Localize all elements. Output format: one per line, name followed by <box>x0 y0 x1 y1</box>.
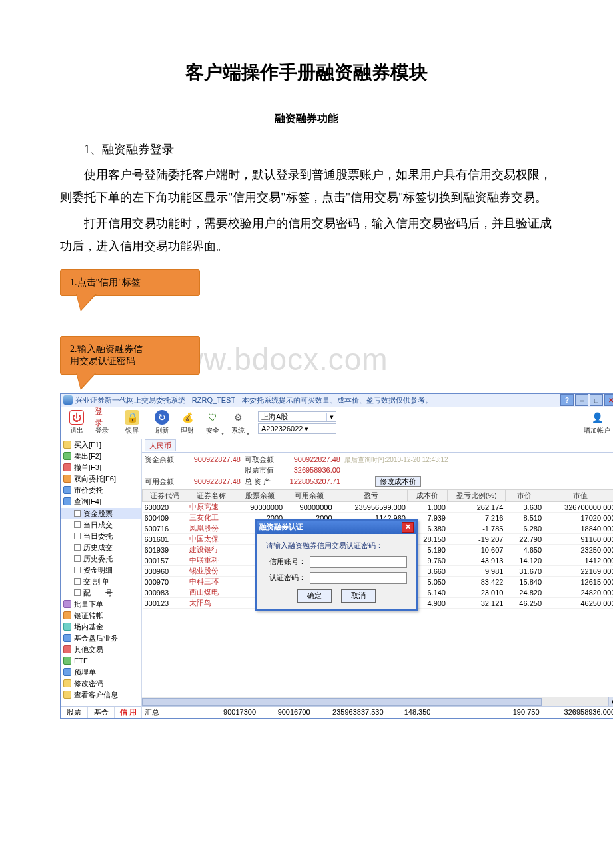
column-header[interactable]: 盈亏比例(%) <box>448 490 505 502</box>
column-header[interactable]: 可用余额 <box>285 490 334 502</box>
system-dropdown[interactable]: ⚙ 系统 <box>226 408 250 437</box>
tab-fund[interactable]: 基金 <box>88 707 115 718</box>
sidebar-item-label: 资金明细 <box>83 565 113 575</box>
sidebar-sub-item[interactable]: 资金明细 <box>61 565 141 576</box>
minimize-button[interactable]: ‒ <box>575 394 588 406</box>
label-available: 可用金额 <box>145 476 178 487</box>
column-header[interactable]: 市值 <box>544 490 613 502</box>
tab-rmb[interactable]: 人民币 <box>145 439 176 451</box>
column-header[interactable]: 市价 <box>505 490 544 502</box>
sidebar-item[interactable]: 预埋单 <box>61 667 141 678</box>
sidebar-item[interactable]: ETF <box>61 655 141 667</box>
table-cell: 18840.000 <box>544 523 613 534</box>
close-button[interactable]: ✕ <box>604 394 613 406</box>
dialog-close-button[interactable]: ✕ <box>402 522 414 533</box>
ok-button[interactable]: 确定 <box>297 589 332 603</box>
lock-button[interactable]: 🔒 锁屏 <box>120 408 144 437</box>
doc-icon <box>74 544 81 551</box>
logout-button[interactable]: ⏻ 退出 <box>65 408 89 437</box>
table-cell: 000157 <box>143 555 187 566</box>
sidebar-item[interactable]: 查询[F4] <box>61 496 141 507</box>
sidebar-sub-item[interactable]: 当日委托 <box>61 531 141 542</box>
column-header[interactable]: 成本价 <box>408 490 448 502</box>
sidebar-sub-item[interactable]: 配 号 <box>61 587 141 599</box>
scroll-right-arrow[interactable]: ▶ <box>608 697 613 707</box>
sidebar: 买入[F1]卖出[F2]撤单[F3]双向委托[F6]市价委托查询[F4] 资金股… <box>61 439 142 718</box>
sidebar-sub-item[interactable]: 历史成交 <box>61 542 141 553</box>
sidebar-item[interactable]: 修改密码 <box>61 678 141 689</box>
totals-val: 90017300 <box>212 708 256 716</box>
sidebar-sub-item[interactable]: 历史委托 <box>61 553 141 565</box>
label-mktval: 股票市值 <box>245 465 278 476</box>
sidebar-item-label: 交 割 单 <box>83 577 109 587</box>
maximize-button[interactable]: □ <box>590 394 603 406</box>
callout-line: 2.输入融资融券信 <box>70 344 143 354</box>
sidebar-sub-item[interactable]: 交 割 单 <box>61 576 141 587</box>
table-cell: 4.650 <box>505 545 544 555</box>
credit-account-input[interactable] <box>310 556 407 568</box>
sidebar-sub-item[interactable]: 当日成交 <box>61 519 141 531</box>
sidebar-item-label: 资金股票 <box>83 509 113 519</box>
sidebar-item[interactable]: 银证转帐 <box>61 610 141 621</box>
account-select[interactable]: A202326022 ▾ <box>258 423 336 434</box>
table-cell: -19.207 <box>448 534 505 545</box>
add-account-button[interactable]: 👤 增加帐户 <box>580 408 613 437</box>
sidebar-item[interactable]: 其他交易 <box>61 644 141 655</box>
toolbar: ⏻ 退出 登录 登录 🔒 锁屏 ↻ 刷新 💰 理财 🛡 <box>61 407 613 439</box>
wealth-icon: 💰 <box>180 410 195 425</box>
cancel-button[interactable]: 取消 <box>341 589 376 603</box>
sidebar-item-label: 当日成交 <box>83 520 113 530</box>
sidebar-sub-item[interactable]: 资金股票 <box>61 508 141 519</box>
column-header[interactable]: 证券名称 <box>187 490 235 502</box>
login-button[interactable]: 登录 登录 <box>90 408 114 437</box>
sidebar-item[interactable]: 基金盘后业务 <box>61 633 141 644</box>
horizontal-scrollbar[interactable]: ▶ <box>142 697 613 706</box>
table-cell: 31.670 <box>505 566 544 577</box>
table-cell: 235956599.000 <box>334 502 408 513</box>
chevron-down-icon: ▾ <box>326 413 336 421</box>
totals-row: 汇总 90017300 90016700 235963837.530 148.3… <box>142 706 613 718</box>
table-cell: 300123 <box>143 598 187 609</box>
column-header[interactable]: 股票余额 <box>235 490 285 502</box>
callout-step-2: 2.输入融资融券信 用交易认证密码 <box>60 336 200 375</box>
column-header[interactable]: 盈亏 <box>334 490 408 502</box>
tab-credit[interactable]: 信 用 <box>115 707 141 718</box>
last-query-time: 最后查询时间:2010-12-20 12:43:12 <box>344 455 448 465</box>
sidebar-item-label: 预埋单 <box>74 667 96 677</box>
wealth-button[interactable]: 💰 理财 <box>175 408 199 437</box>
table-cell: 12615.000 <box>544 577 613 587</box>
table-cell: 17020.000 <box>544 513 613 523</box>
sidebar-item[interactable]: 查看客户信息 <box>61 689 141 701</box>
login-icon: 登录 <box>95 410 109 425</box>
sidebar-footer-tabs: 股票 基金 信 用 <box>61 706 141 718</box>
sidebar-item-label: 查询[F4] <box>74 497 101 507</box>
doc-title: 客户端操作手册融资融券模块 <box>60 60 553 85</box>
sidebar-item[interactable]: 卖出[F2] <box>61 451 141 462</box>
sidebar-item-label: 批量下单 <box>74 599 103 609</box>
sidebar-item[interactable]: 双向委托[F6] <box>61 473 141 485</box>
sidebar-item[interactable]: 市价委托 <box>61 485 141 496</box>
auth-password-input[interactable] <box>310 572 407 584</box>
dialog-titlebar: 融资融券认证 ✕ <box>257 521 416 534</box>
sidebar-item[interactable]: 买入[F1] <box>61 439 141 451</box>
tab-stock[interactable]: 股票 <box>61 707 88 718</box>
scroll-thumb[interactable] <box>142 698 542 706</box>
table-cell: 建设银行 <box>187 545 235 555</box>
toolbar-label: 锁屏 <box>125 426 139 435</box>
table-cell: 9.981 <box>448 566 505 577</box>
toolbar-label: 增加帐户 <box>584 426 610 435</box>
sidebar-item[interactable]: 批量下单 <box>61 599 141 610</box>
help-button[interactable]: ? <box>560 394 574 406</box>
auth-password-label: 认证密码： <box>266 573 306 583</box>
sidebar-item-label: 历史成交 <box>83 543 113 553</box>
safety-dropdown[interactable]: 🛡 安全 <box>201 408 225 437</box>
modify-cost-button[interactable]: 修改成本价 <box>375 476 421 487</box>
sidebar-item[interactable]: 撤单[F3] <box>61 462 141 473</box>
refresh-button[interactable]: ↻ 刷新 <box>150 408 174 437</box>
table-cell: 000970 <box>143 577 187 587</box>
doc-icon <box>74 578 81 585</box>
market-select[interactable]: 上海A股 ▾ <box>258 411 336 422</box>
column-header[interactable]: 证券代码 <box>143 490 187 502</box>
table-row[interactable]: 600020中原高速9000000090000000235956599.0001… <box>143 502 614 513</box>
sidebar-item[interactable]: 场内基金 <box>61 621 141 633</box>
